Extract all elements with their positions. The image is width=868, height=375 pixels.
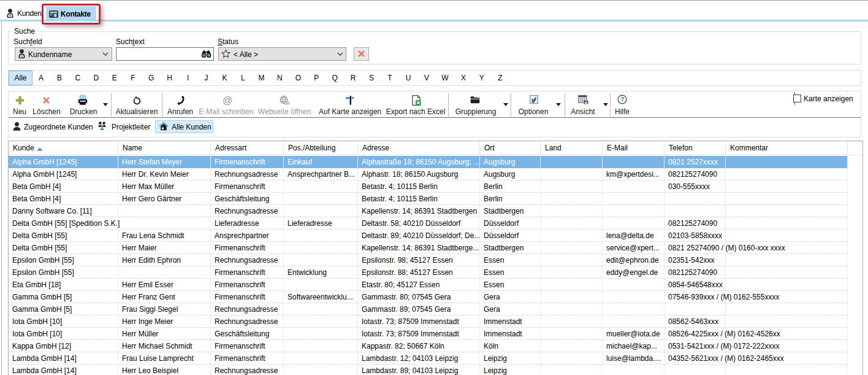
svg-text:?: ? [620, 96, 624, 103]
